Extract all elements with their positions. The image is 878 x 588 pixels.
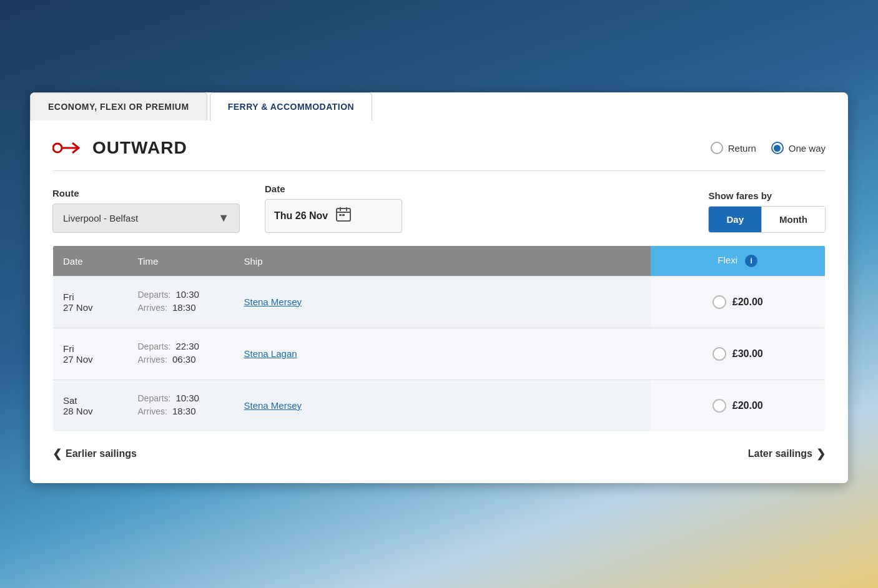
price-radio-3[interactable] — [713, 399, 726, 413]
header-divider — [52, 170, 826, 171]
date-day-3: Sat — [63, 395, 118, 406]
price-amount-1: £20.00 — [732, 296, 763, 308]
ship-link-1[interactable]: Stena Mersey — [244, 296, 302, 307]
route-select[interactable]: Liverpool - Belfast ▼ — [52, 203, 240, 233]
time-cell-3: Departs: 10:30 Arrives: 18:30 — [128, 380, 234, 432]
date-num-2: 27 Nov — [63, 354, 118, 365]
price-radio-1[interactable] — [713, 295, 726, 309]
col-date: Date — [53, 246, 128, 277]
outward-label: OUTWARD — [92, 138, 187, 158]
col-flexi: Flexi i — [651, 246, 826, 277]
svg-rect-7 — [342, 214, 345, 216]
col-time: Time — [128, 246, 234, 277]
table-body: Fri 27 Nov Departs: 10:30 Arrives: 18:30 — [53, 277, 826, 432]
date-select[interactable]: Thu 26 Nov — [265, 199, 402, 233]
tab-ferry[interactable]: FERRY & ACCOMMODATION — [210, 92, 373, 120]
radio-one-way-circle[interactable] — [771, 142, 784, 154]
earlier-sailings-button[interactable]: ❮ Earlier sailings — [52, 447, 137, 461]
table-header: Date Time Ship Flexi i — [53, 246, 826, 277]
ship-cell-2: Stena Lagan — [234, 328, 651, 380]
col-ship: Ship — [234, 246, 651, 277]
date-day-2: Fri — [63, 343, 118, 354]
price-cell-3: £20.00 — [651, 380, 826, 432]
show-fares-buttons: Day Month — [708, 206, 826, 233]
route-label: Route — [52, 188, 240, 198]
date-value: Thu 26 Nov — [274, 210, 328, 222]
outward-arrow-icon — [52, 139, 84, 157]
later-sailings-button[interactable]: Later sailings ❯ — [748, 447, 826, 461]
time-cell-2: Departs: 22:30 Arrives: 06:30 — [128, 328, 234, 380]
radio-one-way[interactable]: One way — [771, 142, 826, 154]
content-area: OUTWARD Return One way Route Liverpool -… — [30, 120, 848, 483]
earlier-arrow-icon: ❮ — [52, 447, 62, 461]
date-label: Date — [265, 184, 402, 194]
outward-title: OUTWARD — [52, 138, 187, 158]
date-filter-group: Date Thu 26 Nov — [265, 184, 402, 233]
route-filter-group: Route Liverpool - Belfast ▼ — [52, 188, 240, 233]
flexi-info-icon[interactable]: i — [745, 255, 757, 267]
table-row: Fri 27 Nov Departs: 10:30 Arrives: 18:30 — [53, 277, 826, 328]
show-fares-label: Show fares by — [708, 190, 826, 201]
trip-type-options: Return One way — [711, 142, 826, 154]
ship-link-2[interactable]: Stena Lagan — [244, 348, 297, 359]
price-cell-2: £30.00 — [651, 328, 826, 380]
svg-point-0 — [53, 144, 62, 152]
day-button[interactable]: Day — [709, 207, 761, 232]
price-amount-3: £20.00 — [732, 400, 763, 411]
ship-cell-3: Stena Mersey — [234, 380, 651, 432]
svg-rect-6 — [339, 214, 342, 216]
price-option-2: £30.00 — [661, 347, 816, 361]
calendar-icon — [335, 206, 352, 226]
ship-link-3[interactable]: Stena Mersey — [244, 400, 302, 411]
price-option-1: £20.00 — [661, 295, 816, 309]
date-cell-2: Fri 27 Nov — [53, 328, 128, 380]
tab-bar: ECONOMY, FLEXI OR PREMIUM FERRY & ACCOMM… — [30, 92, 848, 120]
month-button[interactable]: Month — [761, 207, 825, 232]
chevron-down-icon: ▼ — [218, 212, 229, 225]
time-cell-1: Departs: 10:30 Arrives: 18:30 — [128, 277, 234, 328]
ship-cell-1: Stena Mersey — [234, 277, 651, 328]
sailings-table: Date Time Ship Flexi i Fri 27 Nov — [52, 245, 826, 432]
table-row: Sat 28 Nov Departs: 10:30 Arrives: 18:30 — [53, 380, 826, 432]
show-fares-group: Show fares by Day Month — [708, 190, 826, 233]
price-option-3: £20.00 — [661, 399, 816, 413]
date-num-1: 27 Nov — [63, 302, 118, 313]
route-value: Liverpool - Belfast — [63, 213, 138, 223]
price-amount-2: £30.00 — [732, 348, 763, 360]
filters-row: Route Liverpool - Belfast ▼ Date Thu 26 … — [52, 184, 826, 233]
price-cell-1: £20.00 — [651, 277, 826, 328]
date-cell-3: Sat 28 Nov — [53, 380, 128, 432]
later-arrow-icon: ❯ — [816, 447, 826, 461]
main-container: ECONOMY, FLEXI OR PREMIUM FERRY & ACCOMM… — [30, 92, 848, 483]
radio-return-circle[interactable] — [711, 142, 723, 154]
table-row: Fri 27 Nov Departs: 22:30 Arrives: 06:30 — [53, 328, 826, 380]
tab-economy[interactable]: ECONOMY, FLEXI OR PREMIUM — [30, 92, 207, 120]
date-num-3: 28 Nov — [63, 406, 118, 416]
nav-row: ❮ Earlier sailings Later sailings ❯ — [52, 447, 826, 461]
price-radio-2[interactable] — [713, 347, 726, 361]
date-day-1: Fri — [63, 292, 118, 302]
date-cell-1: Fri 27 Nov — [53, 277, 128, 328]
radio-return[interactable]: Return — [711, 142, 756, 154]
outward-header: OUTWARD Return One way — [52, 138, 826, 158]
